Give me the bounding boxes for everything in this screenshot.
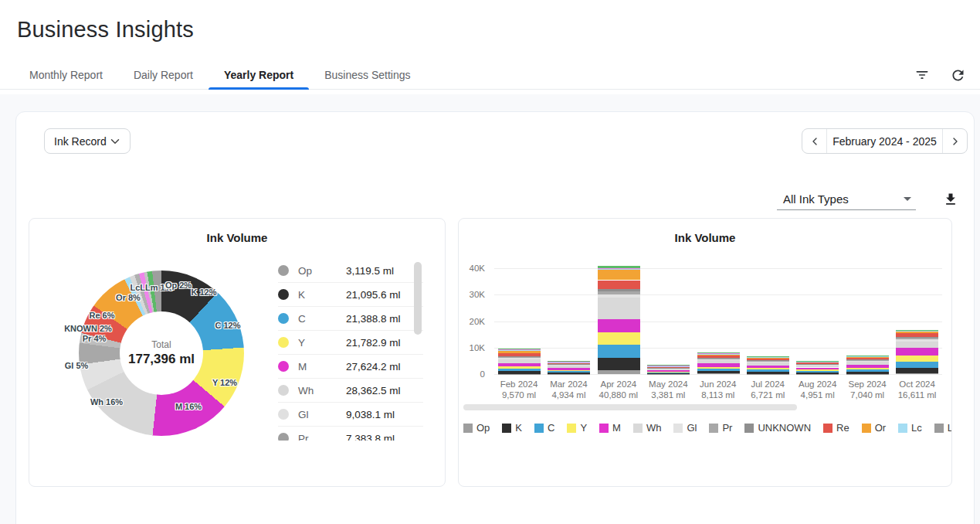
bar-legend-item-op[interactable]: Op xyxy=(463,422,490,434)
tab-yearly-report[interactable]: Yearly Report xyxy=(209,61,309,89)
bar-segment-y xyxy=(846,368,889,369)
filter-icon[interactable] xyxy=(914,66,931,83)
bar-segment-c xyxy=(647,373,690,373)
legend-value: 3,119.5 ml xyxy=(346,265,394,277)
bar-legend-label: M xyxy=(612,422,621,434)
bar-segment-y xyxy=(548,370,590,372)
x-label-total: 4,934 ml xyxy=(544,390,593,400)
tabs: Monthly ReportDaily ReportYearly ReportB… xyxy=(14,61,426,89)
bar-segment-pr xyxy=(647,368,690,369)
next-period-button[interactable] xyxy=(942,129,967,153)
bar-segment-unknown xyxy=(896,337,938,338)
legend-row-pr[interactable]: Pr7,383.8 ml xyxy=(278,427,423,441)
bar-apr-2024 xyxy=(598,266,640,374)
legend-row-wh[interactable]: Wh28,362.5 ml xyxy=(278,379,423,403)
refresh-icon[interactable] xyxy=(949,66,966,83)
donut-total-label: Total xyxy=(151,339,171,350)
bar-segment-or xyxy=(548,362,590,363)
bar-segment-y xyxy=(598,332,640,345)
bar-segment-pr xyxy=(896,338,938,339)
bar-legend-swatch-y xyxy=(567,424,576,433)
bar-legend-item-pr[interactable]: Pr xyxy=(709,422,732,434)
x-label-jun-2024: Jun 20248,113 ml xyxy=(693,379,743,400)
legend-vertical-scrollbar[interactable] xyxy=(414,262,422,335)
bar-horizontal-scrollbar[interactable] xyxy=(463,404,797,410)
x-label-mar-2024: Mar 20244,934 ml xyxy=(544,379,593,400)
bar-segment-re xyxy=(548,363,590,364)
bar-segment-pr xyxy=(548,364,590,365)
bar-segment-c xyxy=(548,371,590,373)
legend-row-c[interactable]: C21,388.8 ml xyxy=(278,307,423,331)
bar-legend-label: Op xyxy=(476,422,490,434)
tab-monthly-report[interactable]: Monthly Report xyxy=(14,61,118,89)
bar-segment-wh xyxy=(747,362,789,366)
content-area: Ink Record February 2024 - 2025 All Ink … xyxy=(0,94,980,524)
tab-bar: Monthly ReportDaily ReportYearly ReportB… xyxy=(0,61,980,90)
bar-segment-wh xyxy=(796,366,839,368)
ink-type-select[interactable]: All Ink Types xyxy=(777,189,916,210)
legend-name: Pr xyxy=(298,433,309,441)
bar-legend-item-k[interactable]: K xyxy=(502,422,522,434)
donut-label-m: M 16% xyxy=(175,402,202,411)
bar-legend-label: Y xyxy=(580,422,587,434)
prev-period-button[interactable] xyxy=(802,129,827,153)
bar-legend-item-gl[interactable]: Gl xyxy=(673,422,697,434)
bar-legend-item-or[interactable]: Or xyxy=(862,422,886,434)
legend-row-k[interactable]: K21,095.6 ml xyxy=(278,283,423,307)
bar-segment-k xyxy=(846,372,889,374)
bar-legend-item-y[interactable]: Y xyxy=(567,422,587,434)
bar-legend-item-l[interactable]: L xyxy=(934,422,951,434)
bar-segment-wh xyxy=(498,359,541,364)
x-label-month: Sep 2024 xyxy=(843,379,892,390)
bar-segment-re xyxy=(598,281,640,289)
bar-legend-item-unknown[interactable]: UNKNOWN xyxy=(744,422,811,434)
legend-value: 21,388.8 ml xyxy=(346,313,401,325)
bar-legend-label: L xyxy=(948,422,951,434)
bar-legend-item-m[interactable]: M xyxy=(599,422,621,434)
record-type-select[interactable]: Ink Record xyxy=(44,128,131,154)
bar-legend-item-wh[interactable]: Wh xyxy=(633,422,662,434)
bar-segment-lm xyxy=(747,356,789,357)
tab-daily-report[interactable]: Daily Report xyxy=(118,61,209,89)
bar-segment-lm xyxy=(598,268,640,269)
legend-row-op[interactable]: Op3,119.5 ml xyxy=(278,259,423,283)
bar-segment-unknown xyxy=(498,356,541,357)
bar-segment-or xyxy=(747,358,789,359)
legend-name: Op xyxy=(298,265,312,277)
bar-legend-label: Pr xyxy=(722,422,732,434)
caret-down-icon xyxy=(904,197,911,201)
download-icon[interactable] xyxy=(941,190,960,209)
tab-business-settings[interactable]: Business Settings xyxy=(309,61,426,89)
donut-label-y: Y 12% xyxy=(212,378,237,387)
bar-legend-item-lc[interactable]: Lc xyxy=(898,422,922,434)
gridline-40K xyxy=(494,268,942,269)
donut-chart: Total 177,396 ml xyxy=(79,271,244,436)
gridline-30K xyxy=(494,294,942,295)
legend-swatch-m xyxy=(278,361,289,372)
bar-segment-m xyxy=(647,370,690,372)
bar-segment-k xyxy=(697,371,740,373)
bar-segment-c xyxy=(747,369,789,371)
x-label-total: 40,880 ml xyxy=(594,390,643,400)
bar-segment-lm xyxy=(896,330,938,331)
bar-feb-2024 xyxy=(498,349,541,374)
y-tick-30K: 30K xyxy=(470,290,485,299)
bar-segment-wh xyxy=(647,369,690,371)
bar-segment-other xyxy=(498,349,541,349)
legend-value: 27,624.2 ml xyxy=(346,361,401,373)
bar-legend-item-re[interactable]: Re xyxy=(823,422,849,434)
legend-row-gl[interactable]: Gl9,038.1 ml xyxy=(278,403,423,427)
bar-legend-item-c[interactable]: C xyxy=(534,422,554,434)
legend-row-m[interactable]: M27,624.2 ml xyxy=(278,355,423,379)
x-label-total: 7,040 ml xyxy=(843,390,892,400)
bar-segment-c xyxy=(498,369,541,371)
x-label-may-2024: May 20243,381 ml xyxy=(643,379,693,400)
bar-legend-label: Re xyxy=(836,422,849,434)
legend-row-y[interactable]: Y21,782.9 ml xyxy=(278,331,423,355)
bar-segment-wh xyxy=(846,362,889,365)
donut-label-k: K 12% xyxy=(191,288,216,297)
x-label-sep-2024: Sep 20247,040 ml xyxy=(843,379,892,400)
y-tick-20K: 20K xyxy=(470,317,485,326)
y-tick-0: 0 xyxy=(480,369,485,379)
bar-segment-lm xyxy=(548,362,590,362)
